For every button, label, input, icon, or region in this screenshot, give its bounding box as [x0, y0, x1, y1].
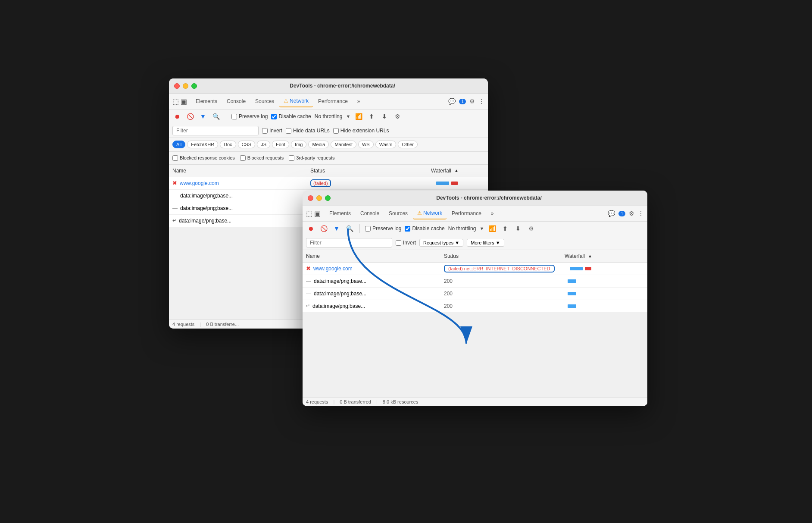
front-tab-console[interactable]: Console: [356, 208, 384, 219]
front-row-waterfall-3: [561, 288, 647, 300]
record-button[interactable]: ⏺: [172, 112, 182, 121]
front-chat-icon[interactable]: 💬: [608, 210, 615, 217]
throttle-arrow[interactable]: ▼: [346, 114, 350, 119]
header-name[interactable]: Name: [169, 166, 307, 175]
front-header-waterfall[interactable]: Waterfall ▲: [561, 252, 647, 260]
hide-ext-urls-label[interactable]: Hide extension URLs: [333, 128, 389, 134]
type-all[interactable]: All: [172, 141, 185, 148]
header-status[interactable]: Status: [307, 166, 428, 175]
close-button[interactable]: [174, 83, 180, 89]
tab-elements[interactable]: Elements: [191, 96, 222, 107]
tab-console[interactable]: Console: [222, 96, 250, 107]
row-name-1: ✖ www.google.com: [169, 178, 307, 188]
back-type-bar: All Fetch/XHR Doc CSS JS Font Img Media …: [169, 138, 488, 152]
hide-data-urls-label[interactable]: Hide data URLs: [286, 128, 330, 134]
disable-cache-label[interactable]: Disable cache: [271, 113, 311, 119]
row-link-2: data:image/png;base...: [180, 193, 233, 199]
front-header-status[interactable]: Status: [440, 252, 561, 260]
request-types-button[interactable]: Request types ▼: [419, 239, 463, 247]
front-settings-icon[interactable]: ⚙: [526, 224, 536, 233]
front-more-icon[interactable]: ⋮: [638, 210, 644, 217]
type-manifest[interactable]: Manifest: [331, 141, 356, 148]
type-fetch-xhr[interactable]: Fetch/XHR: [187, 141, 218, 148]
type-doc[interactable]: Doc: [220, 141, 236, 148]
tab-more[interactable]: »: [353, 96, 365, 107]
table-row[interactable]: ✖ www.google.com (failed): [169, 177, 488, 190]
front-clear-button[interactable]: 🚫: [319, 224, 328, 233]
tab-network[interactable]: ⚠Network: [279, 95, 313, 107]
minimize-button[interactable]: [183, 83, 188, 89]
header-waterfall[interactable]: Waterfall ▲: [428, 166, 488, 175]
blocked-requests-label[interactable]: Blocked requests: [240, 155, 284, 161]
hide-data-urls-checkbox[interactable]: [286, 128, 291, 134]
front-disable-cache-label[interactable]: Disable cache: [405, 225, 444, 232]
front-tab-network[interactable]: ⚠Network: [413, 207, 447, 219]
front-preserve-log-label[interactable]: Preserve log: [365, 225, 401, 232]
waterfall-bar-red: [451, 182, 458, 185]
back-table-header: Name Status Waterfall ▲: [169, 165, 488, 177]
front-footer-resources: 8.0 kB resources: [383, 399, 418, 404]
upload-icon: ⬆: [367, 112, 376, 121]
type-ws[interactable]: WS: [358, 141, 374, 148]
blocked-cookies-checkbox[interactable]: [172, 155, 178, 161]
maximize-button[interactable]: [191, 83, 197, 89]
chat-icon[interactable]: 💬: [448, 98, 456, 105]
blocked-cookies-label[interactable]: Blocked response cookies: [172, 155, 235, 161]
search-icon[interactable]: 🔍: [211, 112, 221, 121]
more-icon[interactable]: ⋮: [478, 98, 484, 105]
front-invert-checkbox[interactable]: [396, 240, 401, 246]
front-close-button[interactable]: [308, 195, 313, 201]
row-name-3: — data:image/png;base...: [169, 204, 307, 213]
front-tab-more[interactable]: »: [487, 208, 498, 219]
front-search-icon[interactable]: 🔍: [345, 224, 354, 233]
third-party-requests-label[interactable]: 3rd-party requests: [289, 155, 334, 161]
front-preserve-log-checkbox[interactable]: [365, 226, 371, 232]
tab-performance[interactable]: Performance: [314, 96, 352, 107]
front-row-name-1: ✖ www.google.com: [303, 263, 440, 273]
footer-requests: 4 requests: [172, 322, 194, 327]
disable-cache-checkbox[interactable]: [271, 114, 277, 119]
front-table-row[interactable]: ✖ www.google.com (failed) net::ERR_INTER…: [303, 263, 647, 275]
front-invert-label[interactable]: Invert: [396, 240, 416, 246]
front-table-row[interactable]: — data:image/png;base... 200: [303, 275, 647, 288]
front-minimize-button[interactable]: [316, 195, 322, 201]
blocked-requests-checkbox[interactable]: [240, 155, 246, 161]
front-record-button[interactable]: ⏺: [306, 224, 315, 233]
type-js[interactable]: JS: [257, 141, 270, 148]
front-gear-icon[interactable]: ⚙: [629, 210, 634, 217]
front-tab-icons: 💬 1 ⚙ ⋮: [608, 210, 644, 217]
type-wasm[interactable]: Wasm: [375, 141, 397, 148]
front-header-name[interactable]: Name: [303, 252, 440, 260]
third-party-checkbox[interactable]: [289, 155, 294, 161]
more-filters-button[interactable]: More filters ▼: [467, 239, 504, 247]
front-maximize-button[interactable]: [325, 195, 331, 201]
front-tab-performance[interactable]: Performance: [447, 208, 486, 219]
front-tab-sources[interactable]: Sources: [384, 208, 412, 219]
preserve-log-checkbox[interactable]: [231, 114, 237, 119]
front-filter-input[interactable]: [306, 238, 392, 247]
front-throttle-arrow[interactable]: ▼: [479, 226, 484, 231]
row-link-1[interactable]: www.google.com: [180, 180, 219, 186]
front-table-row[interactable]: ↵ data:image/png;base... 200: [303, 300, 647, 313]
failed-full-badge: (failed) net::ERR_INTERNET_DISCONNECTED: [444, 265, 555, 272]
type-other[interactable]: Other: [398, 141, 418, 148]
filter-input[interactable]: [172, 126, 259, 135]
front-tab-elements[interactable]: Elements: [325, 208, 355, 219]
preserve-log-label[interactable]: Preserve log: [231, 113, 268, 119]
type-font[interactable]: Font: [272, 141, 289, 148]
front-disable-cache-checkbox[interactable]: [405, 226, 410, 232]
filter-icon[interactable]: ▼: [198, 112, 208, 121]
front-table-row[interactable]: — data:image/png;base... 200: [303, 288, 647, 300]
type-img[interactable]: Img: [291, 141, 306, 148]
type-css[interactable]: CSS: [238, 141, 256, 148]
invert-checkbox[interactable]: [262, 128, 268, 134]
invert-label[interactable]: Invert: [262, 128, 282, 134]
type-media[interactable]: Media: [308, 141, 329, 148]
gear-icon[interactable]: ⚙: [469, 98, 475, 105]
clear-button[interactable]: 🚫: [185, 112, 195, 121]
front-row-link-1[interactable]: www.google.com: [313, 266, 353, 272]
tab-sources[interactable]: Sources: [251, 96, 278, 107]
settings-icon[interactable]: ⚙: [393, 112, 402, 121]
hide-ext-urls-checkbox[interactable]: [333, 128, 339, 134]
front-filter-icon[interactable]: ▼: [332, 224, 341, 233]
